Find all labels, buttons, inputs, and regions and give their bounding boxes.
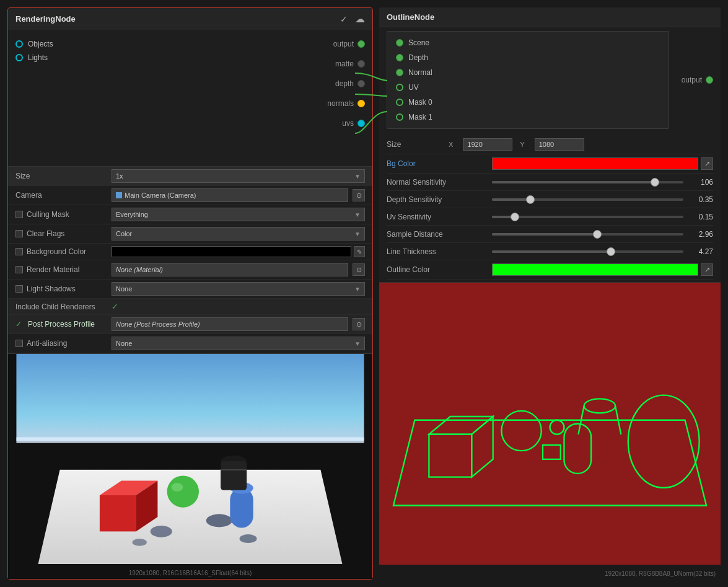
light-shadows-select[interactable]: None ▼ <box>112 282 365 296</box>
bg-color-prop-label: Bg Color <box>387 159 492 168</box>
size-y-value: 1080 <box>539 141 554 148</box>
uv-sensitivity-label: Uv Sensitivity <box>387 213 492 221</box>
port-objects[interactable]: Objects <box>15 40 125 48</box>
outline-port-scene[interactable]: Scene <box>393 35 662 50</box>
outline-output-dot[interactable] <box>706 76 713 84</box>
depth-sensitivity-thumb[interactable] <box>526 195 535 204</box>
normal-sensitivity-label: Normal Sensitivity <box>387 178 492 187</box>
svg-point-4 <box>151 526 172 537</box>
size-y-input[interactable]: 1080 <box>535 138 584 151</box>
outline-bg-color-swatch[interactable] <box>492 157 698 170</box>
outline-dot-mask0 <box>396 99 403 106</box>
culling-mask-arrow: ▼ <box>354 211 361 218</box>
rendering-node-header: RenderingNode ✓ ☁ <box>8 8 372 30</box>
camera-label-text: Camera <box>15 191 42 200</box>
bg-color-prop-row: Bg Color ↗ <box>387 154 713 174</box>
anti-aliasing-checkbox[interactable] <box>15 340 23 347</box>
output-port-depth[interactable]: depth <box>335 79 365 88</box>
anti-aliasing-value: None ▼ <box>112 337 365 350</box>
clear-flags-select[interactable]: Color ▼ <box>112 227 365 241</box>
clear-flags-checkbox[interactable] <box>15 230 23 237</box>
culling-mask-label: Culling Mask <box>15 210 112 219</box>
camera-goto-btn[interactable]: ⊙ <box>353 189 365 201</box>
render-material-select[interactable]: None (Material) <box>112 263 348 276</box>
port-dot-objects <box>15 40 23 48</box>
outline-port-depth[interactable]: Depth <box>393 50 662 65</box>
uv-sensitivity-thumb[interactable] <box>511 213 519 221</box>
render-material-goto[interactable]: ⊙ <box>353 263 365 276</box>
camera-row: Camera Main Camera (Camera) ⊙ <box>8 186 372 205</box>
outline-port-normal[interactable]: Normal <box>393 65 662 80</box>
sample-distance-slider[interactable]: 2.96 <box>492 230 713 239</box>
culling-mask-text: Culling Mask <box>27 210 69 219</box>
size-x-input[interactable]: 1920 <box>463 138 512 151</box>
output-port-output[interactable]: output <box>333 40 365 48</box>
culling-mask-checkbox[interactable] <box>15 211 23 218</box>
anti-aliasing-select[interactable]: None ▼ <box>112 337 365 350</box>
include-child-row: Include Child Renderers ✓ <box>8 299 372 315</box>
post-process-goto[interactable]: ⊙ <box>353 318 365 330</box>
size-select[interactable]: 1x ▼ <box>112 169 365 183</box>
line-thickness-row: Line Thickness 4.27 <box>387 243 713 260</box>
input-ports: Objects Lights <box>8 35 132 161</box>
outline-size-row: Size X 1920 Y 1080 <box>387 135 713 154</box>
include-child-checkmark[interactable]: ✓ <box>112 302 118 311</box>
normal-sensitivity-slider[interactable]: 106 <box>492 178 713 187</box>
port-dot-lights <box>15 54 23 61</box>
left-preview-wrapper: 1920x1080, R16G16B16A16_SFloat(64 bits) <box>8 353 372 579</box>
depth-sensitivity-slider[interactable]: 0.35 <box>492 195 713 204</box>
outline-port-mask0-label: Mask 0 <box>408 98 432 107</box>
outline-dot-depth <box>396 54 403 61</box>
post-process-select[interactable]: None (Post Process Profile) <box>112 317 348 331</box>
eyedropper-btn[interactable]: ✎ <box>354 246 365 257</box>
camera-prop-label: Camera <box>15 191 112 200</box>
line-thickness-slider[interactable]: 4.27 <box>492 247 713 256</box>
left-preview-footer: 1920x1080, R16G16B16A16_SFloat(64 bits) <box>129 570 252 576</box>
bg-color-value: ✎ <box>112 246 365 257</box>
line-thickness-thumb[interactable] <box>607 247 615 256</box>
outline-output-area: output <box>669 76 713 84</box>
output-port-uvs[interactable]: uvs <box>342 119 365 128</box>
outline-port-mask0[interactable]: Mask 0 <box>393 95 662 110</box>
port-lights-label: Lights <box>28 53 48 62</box>
outline-color-swatch[interactable] <box>492 263 698 276</box>
outline-dot-mask1 <box>396 113 403 121</box>
bg-color-row: Background Color ✎ <box>8 244 372 260</box>
output-dot-uvs <box>357 120 365 127</box>
normal-sensitivity-thumb[interactable] <box>651 178 659 187</box>
anti-aliasing-arrow: ▼ <box>354 340 361 347</box>
output-port-normals[interactable]: normals <box>327 99 365 108</box>
outline-port-uv[interactable]: UV <box>393 80 662 95</box>
anti-aliasing-label: Anti-aliasing <box>15 339 112 348</box>
cloud-icon[interactable]: ☁ <box>355 13 365 25</box>
matte-port-label: matte <box>335 60 354 68</box>
svg-rect-13 <box>230 488 253 527</box>
size-select-value: 1x <box>116 172 123 180</box>
size-row: Size 1x ▼ <box>8 167 372 186</box>
check-icon[interactable]: ✓ <box>340 14 348 24</box>
header-icons: ✓ ☁ <box>340 13 365 25</box>
clear-flags-label: Clear Flags <box>15 229 112 238</box>
camera-select[interactable]: Main Camera (Camera) <box>112 188 348 202</box>
normal-sensitivity-value: 106 <box>688 178 713 187</box>
expand-bg-color-btn[interactable]: ↗ <box>701 157 713 170</box>
camera-value: Main Camera (Camera) ⊙ <box>112 188 365 202</box>
uv-sensitivity-slider[interactable]: 0.15 <box>492 213 713 221</box>
port-lights[interactable]: Lights <box>15 53 125 62</box>
sample-distance-thumb[interactable] <box>593 230 602 239</box>
line-thickness-track <box>492 250 683 253</box>
render-material-checkbox[interactable] <box>15 266 23 273</box>
svg-point-6 <box>239 534 257 543</box>
expand-outline-color-btn[interactable]: ↗ <box>701 263 713 276</box>
outline-dot-scene <box>396 39 403 46</box>
bg-color-swatch[interactable] <box>112 246 351 257</box>
clear-flags-row: Clear Flags Color ▼ <box>8 224 372 244</box>
outline-dot-normal <box>396 69 403 76</box>
outline-port-mask1[interactable]: Mask 1 <box>393 110 662 125</box>
culling-mask-row: Culling Mask Everything ▼ <box>8 205 372 224</box>
culling-mask-select[interactable]: Everything ▼ <box>112 208 365 221</box>
output-port-matte[interactable]: matte <box>335 60 365 68</box>
outline-port-scene-label: Scene <box>408 38 429 47</box>
light-shadows-checkbox[interactable] <box>15 285 23 293</box>
bg-color-checkbox[interactable] <box>15 248 23 255</box>
